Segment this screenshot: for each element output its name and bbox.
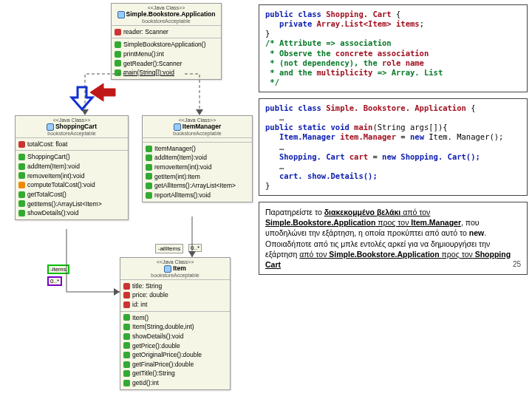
- visibility-icon: [115, 29, 121, 35]
- uml-class-itemmanager: <<Java Class>> ItemManager bookstoreAcce…: [142, 115, 253, 202]
- stereotype: <<Java Class>>: [115, 5, 218, 10]
- uml-class-application: <<Java Class>> Simple.Bookstore.Applicat…: [111, 3, 222, 80]
- explanation-paragraph: Παρατηρείστε το διακεκομμένο βελάκι από …: [259, 202, 528, 275]
- uml-class-shoppingcart: <<Java Class>> ShoppingCart bookstoreAcc…: [15, 115, 129, 220]
- uml-diagram-panel: <<Java Class>> Simple.Bookstore.Applicat…: [0, 0, 259, 399]
- multiplicity-items: 0..*: [47, 276, 62, 286]
- svg-marker-0: [81, 109, 89, 115]
- code-box-shoppingcart: public class Shopping. Cart { private Ar…: [259, 4, 528, 92]
- svg-marker-3: [114, 288, 120, 296]
- svg-marker-2: [188, 251, 196, 257]
- page-number: 25: [513, 259, 521, 270]
- assoc-label-allitems: -allItems: [155, 244, 183, 253]
- multiplicity-allitems: 0..*: [188, 244, 202, 252]
- uml-class-item: <<Java Class>> Item bookstoreAcceptable …: [120, 257, 231, 390]
- class-icon: [117, 11, 125, 18]
- assoc-label-items: -items: [47, 265, 69, 274]
- svg-marker-1: [196, 109, 203, 115]
- code-box-application: public class Simple. Bookstore. Applicat…: [259, 98, 528, 196]
